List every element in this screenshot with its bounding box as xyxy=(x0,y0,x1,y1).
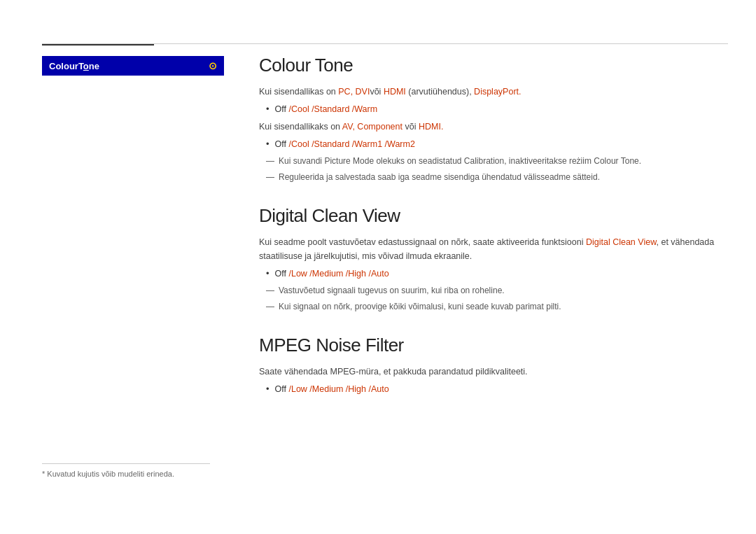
mpeg-noise-filter-para1: Saate vähendada MPEG-müra, et pakkuda pa… xyxy=(259,365,728,379)
section-digital-clean-view: Digital Clean View Kui seadme poolt vast… xyxy=(259,205,728,314)
bullet-text-4: Off /Low /Medium /High /Auto xyxy=(275,382,389,396)
mpeg-noise-filter-title: MPEG Noise Filter xyxy=(259,335,728,356)
digital-clean-note1: ― Vastuvõetud signaali tugevus on suurim… xyxy=(259,284,728,297)
digital-clean-view-bullet1: • Off /Low /Medium /High /Auto xyxy=(259,267,728,281)
top-bar-divider xyxy=(42,43,728,44)
bullet-dot-4: • xyxy=(266,382,270,397)
bullet-text: Off /Cool /Standard /Warm xyxy=(275,102,378,116)
bullet-text-3: Off /Low /Medium /High /Auto xyxy=(275,267,389,281)
colour-tone-note1: ― Kui suvandi Picture Mode olekuks on se… xyxy=(259,155,728,168)
mpeg-noise-filter-bullet1: • Off /Low /Medium /High /Auto xyxy=(259,382,728,397)
colour-tone-bullet2: • Off /Cool /Standard /Warm1 /Warm2 xyxy=(259,137,728,152)
sidebar-menu-item[interactable]: ColourTone ⊙ xyxy=(42,56,224,76)
note-dash-3: ― xyxy=(266,284,274,297)
note-dash-4: ― xyxy=(266,300,274,314)
colour-tone-bullet1: • Off /Cool /Standard /Warm xyxy=(259,102,728,117)
colour-tone-title: Colour Tone xyxy=(259,55,728,76)
section-mpeg-noise-filter: MPEG Noise Filter Saate vähendada MPEG-m… xyxy=(259,335,728,397)
main-content: Colour Tone Kui sisendallikas on PC, DVI… xyxy=(259,55,728,418)
sidebar-note-text: * Kuvatud kujutis võib mudeliti erineda. xyxy=(42,470,174,478)
bullet-dot-2: • xyxy=(266,137,270,152)
digital-clean-view-title: Digital Clean View xyxy=(259,205,728,227)
colour-tone-note2: ― Reguleerida ja salvestada saab iga sea… xyxy=(259,171,728,184)
colour-tone-para1: Kui sisendallikas on PC, DVIvõi HDMI (ar… xyxy=(259,85,728,99)
note-text-2: Reguleerida ja salvestada saab iga seadm… xyxy=(279,171,600,184)
note-text-3: Vastuvõetud signaali tugevus on suurim, … xyxy=(279,284,505,297)
digital-clean-view-para1: Kui seadme poolt vastuvõetav edastussign… xyxy=(259,235,728,263)
note-dash: ― xyxy=(266,155,274,168)
sidebar-menu-icon: ⊙ xyxy=(209,60,217,71)
colour-tone-para2: Kui sisendallikaks on AV, Component või … xyxy=(259,120,728,134)
sidebar-note: * Kuvatud kujutis võib mudeliti erineda. xyxy=(42,463,210,478)
note-text: Kui suvandi Picture Mode olekuks on sead… xyxy=(279,155,641,168)
digital-clean-note2: ― Kui signaal on nõrk, proovige kõiki võ… xyxy=(259,300,728,314)
section-colour-tone: Colour Tone Kui sisendallikas on PC, DVI… xyxy=(259,55,728,184)
note-dash-2: ― xyxy=(266,171,274,184)
sidebar: ColourTone ⊙ xyxy=(42,56,224,76)
bullet-text-2: Off /Cool /Standard /Warm1 /Warm2 xyxy=(275,137,415,151)
note-text-4: Kui signaal on nõrk, proovige kõiki võim… xyxy=(279,300,561,314)
bullet-dot: • xyxy=(266,102,270,117)
bullet-dot-3: • xyxy=(266,267,270,281)
sidebar-menu-label: ColourTone xyxy=(49,61,99,71)
